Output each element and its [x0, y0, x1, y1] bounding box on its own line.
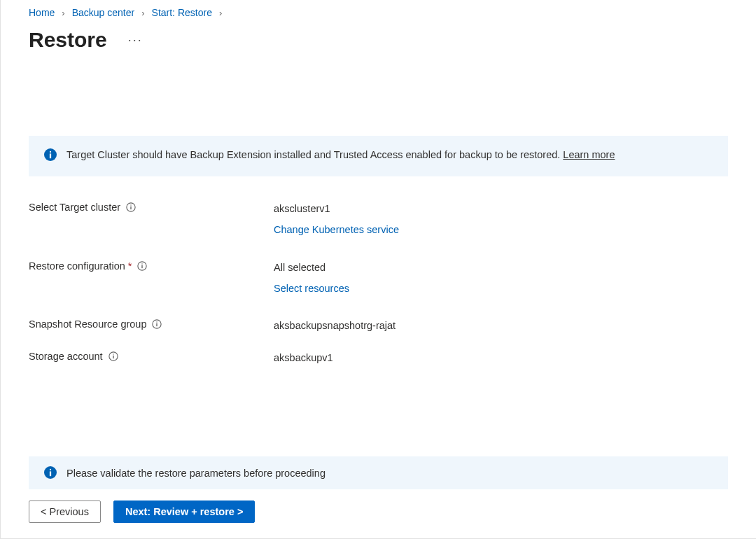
- svg-rect-17: [50, 469, 51, 470]
- previous-button[interactable]: < Previous: [29, 500, 101, 523]
- restore-config-label: Restore configuration: [29, 260, 125, 272]
- validate-banner: Please validate the restore parameters b…: [29, 456, 728, 489]
- svg-rect-8: [142, 263, 143, 264]
- svg-rect-2: [50, 151, 51, 153]
- next-review-restore-button[interactable]: Next: Review + restore >: [113, 500, 255, 523]
- snapshot-rg-label: Snapshot Resource group: [29, 318, 146, 330]
- svg-rect-1: [50, 153, 51, 158]
- svg-rect-13: [113, 356, 113, 358]
- change-kubernetes-service-link[interactable]: Change Kubernetes service: [274, 223, 728, 238]
- required-indicator: *: [128, 260, 132, 272]
- page-title: Restore: [29, 28, 107, 52]
- breadcrumb: Home › Backup center › Start: Restore ›: [29, 7, 728, 18]
- breadcrumb-backup-center[interactable]: Backup center: [72, 7, 135, 18]
- info-icon[interactable]: [137, 261, 147, 271]
- info-icon[interactable]: [152, 319, 162, 329]
- validate-banner-text: Please validate the restore parameters b…: [66, 468, 326, 479]
- info-icon[interactable]: [108, 351, 118, 361]
- svg-rect-14: [113, 354, 113, 355]
- target-cluster-value: aksclusterv1: [274, 202, 728, 217]
- info-icon: [44, 148, 57, 165]
- breadcrumb-start-restore[interactable]: Start: Restore: [152, 7, 212, 18]
- svg-rect-11: [157, 322, 158, 323]
- more-actions-button[interactable]: ···: [128, 33, 143, 48]
- info-icon: [44, 466, 57, 481]
- breadcrumb-home[interactable]: Home: [29, 7, 55, 18]
- chevron-right-icon: ›: [62, 8, 64, 18]
- info-icon[interactable]: [126, 202, 136, 212]
- select-resources-link[interactable]: Select resources: [274, 281, 728, 297]
- storage-account-label: Storage account: [29, 351, 103, 362]
- learn-more-link[interactable]: Learn more: [563, 149, 615, 160]
- snapshot-rg-value: aksbackupsnapshotrg-rajat: [274, 318, 728, 334]
- chevron-right-icon: ›: [219, 8, 222, 18]
- svg-rect-10: [157, 323, 158, 326]
- storage-account-value: aksbackupv1: [274, 351, 728, 366]
- svg-rect-5: [130, 205, 131, 206]
- chevron-right-icon: ›: [141, 8, 144, 18]
- info-banner-text: Target Cluster should have Backup Extens…: [66, 149, 563, 160]
- target-cluster-label: Select Target cluster: [29, 202, 120, 213]
- wizard-footer: < Previous Next: Review + restore >: [29, 500, 728, 523]
- svg-rect-4: [130, 206, 131, 209]
- restore-config-value: All selected: [274, 260, 728, 276]
- svg-rect-16: [50, 471, 51, 476]
- target-cluster-info-banner: Target Cluster should have Backup Extens…: [29, 136, 728, 176]
- svg-rect-7: [142, 265, 143, 268]
